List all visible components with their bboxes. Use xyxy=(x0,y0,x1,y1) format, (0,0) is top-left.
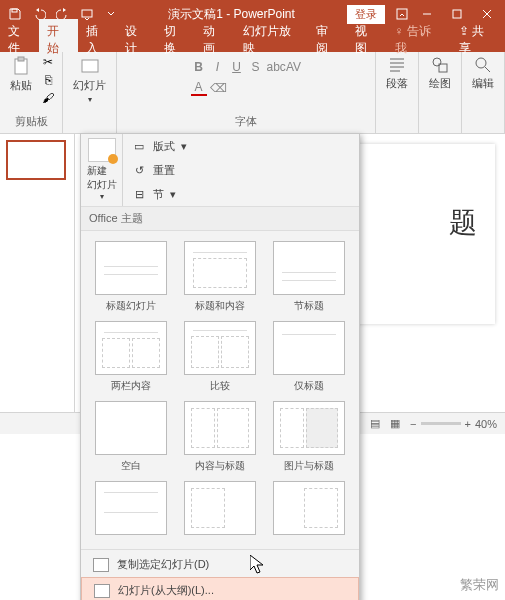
copy-icon[interactable]: ⎘ xyxy=(40,72,56,88)
layout-blank[interactable]: 空白 xyxy=(91,401,170,473)
layout-title-slide[interactable]: 标题幻灯片 xyxy=(91,241,170,313)
layout-extra-3[interactable] xyxy=(270,481,349,539)
dropdown-footer: 复制选定幻灯片(D) 幻灯片(从大纲)(L)... 重用幻灯片(R)... xyxy=(81,549,359,600)
underline-button[interactable]: U xyxy=(229,60,245,74)
view-slideshow-icon[interactable]: ▦ xyxy=(390,417,400,430)
paragraph-button[interactable]: 段落 xyxy=(382,54,412,93)
slide-thumbnail[interactable] xyxy=(6,140,66,180)
section-option[interactable]: ⊟节 ▾ xyxy=(123,182,359,206)
cut-icon[interactable]: ✂ xyxy=(40,54,56,70)
cursor-icon xyxy=(250,555,266,575)
strike-button[interactable]: abc xyxy=(267,60,283,74)
zoom-level: 40% xyxy=(475,418,497,430)
svg-rect-1 xyxy=(82,10,92,17)
layout-icon: ▭ xyxy=(131,138,147,154)
group-font: B I U S abc AV A ⌫ 字体 xyxy=(117,52,376,133)
layout-option[interactable]: ▭版式 ▾ xyxy=(123,134,359,158)
layout-picture-caption[interactable]: 图片与标题 xyxy=(270,401,349,473)
duplicate-icon xyxy=(93,558,109,572)
svg-rect-7 xyxy=(82,60,98,72)
zoom-in-button[interactable]: + xyxy=(465,418,471,430)
outline-icon xyxy=(94,584,110,598)
font-row-2: A ⌫ xyxy=(191,80,302,96)
shadow-button[interactable]: S xyxy=(248,60,264,74)
group-editing: 编辑 xyxy=(462,52,505,133)
zoom-control[interactable]: − + 40% xyxy=(410,418,497,430)
reset-icon: ↺ xyxy=(131,162,147,178)
shapes-icon xyxy=(431,56,449,74)
svg-rect-9 xyxy=(439,64,447,72)
watermark: 繁荣网 xyxy=(460,576,499,594)
spacing-button[interactable]: AV xyxy=(286,60,302,74)
svg-point-8 xyxy=(433,58,441,66)
group-clipboard: 粘贴 ✂ ⎘ 🖌 剪贴板 xyxy=(0,52,63,133)
svg-rect-4 xyxy=(453,10,461,18)
slide-icon xyxy=(80,56,100,76)
format-painter-icon[interactable]: 🖌 xyxy=(40,90,56,106)
layout-section-header[interactable]: 节标题 xyxy=(270,241,349,313)
italic-button[interactable]: I xyxy=(210,60,226,74)
find-icon xyxy=(474,56,492,74)
paragraph-icon xyxy=(388,56,406,74)
group-drawing: 绘图 xyxy=(419,52,462,133)
new-slide-dropdown: 新建 幻灯片 ▾ ▭版式 ▾ ↺重置 ⊟节 ▾ Office 主题 标题幻灯片 … xyxy=(80,133,360,600)
thumbnail-pane[interactable]: 1 xyxy=(0,134,75,424)
slides-from-outline-item[interactable]: 幻灯片(从大纲)(L)... xyxy=(81,577,359,600)
group-paragraph: 段落 xyxy=(376,52,419,133)
layout-content-caption[interactable]: 内容与标题 xyxy=(180,401,259,473)
svg-rect-0 xyxy=(12,9,17,12)
section-icon: ⊟ xyxy=(131,186,147,202)
clipboard-icon xyxy=(11,56,31,76)
layout-title-only[interactable]: 仅标题 xyxy=(270,321,349,393)
ribbon-tabs: 文件 开始 插入 设计 切换 动画 幻灯片放映 审阅 视图 ♀ 告诉我 ⇪ 共享 xyxy=(0,28,505,52)
layout-title-content[interactable]: 标题和内容 xyxy=(180,241,259,313)
layout-extra-1[interactable] xyxy=(91,481,170,539)
layout-extra-2[interactable] xyxy=(180,481,259,539)
paste-button[interactable]: 粘贴 xyxy=(6,54,36,95)
bold-button[interactable]: B xyxy=(191,60,207,74)
svg-line-11 xyxy=(485,67,490,72)
new-slide-icon xyxy=(88,138,116,162)
group-label: 字体 xyxy=(235,114,257,131)
ribbon: 粘贴 ✂ ⎘ 🖌 剪贴板 幻灯片 ▾ B I U S abc AV xyxy=(0,52,505,134)
slide-title-text: 题 xyxy=(449,204,477,242)
slides-button[interactable]: 幻灯片 ▾ xyxy=(69,54,110,106)
view-reading-icon[interactable]: ▤ xyxy=(370,417,380,430)
font-color-button[interactable]: A xyxy=(191,80,207,96)
layout-comparison[interactable]: 比较 xyxy=(180,321,259,393)
clear-format-button[interactable]: ⌫ xyxy=(210,81,226,95)
duplicate-slides-item[interactable]: 复制选定幻灯片(D) xyxy=(81,552,359,577)
zoom-out-button[interactable]: − xyxy=(410,418,416,430)
layout-gallery: 标题幻灯片 标题和内容 节标题 两栏内容 比较 仅标题 空白 内容与标题 图片与… xyxy=(81,231,359,549)
reset-option[interactable]: ↺重置 xyxy=(123,158,359,182)
svg-rect-6 xyxy=(18,57,24,61)
layout-two-content[interactable]: 两栏内容 xyxy=(91,321,170,393)
font-row-1: B I U S abc AV xyxy=(191,60,302,74)
group-slides: 幻灯片 ▾ xyxy=(63,52,117,133)
new-slide-button[interactable]: 新建 幻灯片 ▾ xyxy=(81,134,123,206)
theme-header: Office 主题 xyxy=(81,206,359,231)
svg-point-10 xyxy=(476,58,486,68)
drawing-button[interactable]: 绘图 xyxy=(425,54,455,93)
group-label: 剪贴板 xyxy=(15,114,48,131)
editing-button[interactable]: 编辑 xyxy=(468,54,498,93)
